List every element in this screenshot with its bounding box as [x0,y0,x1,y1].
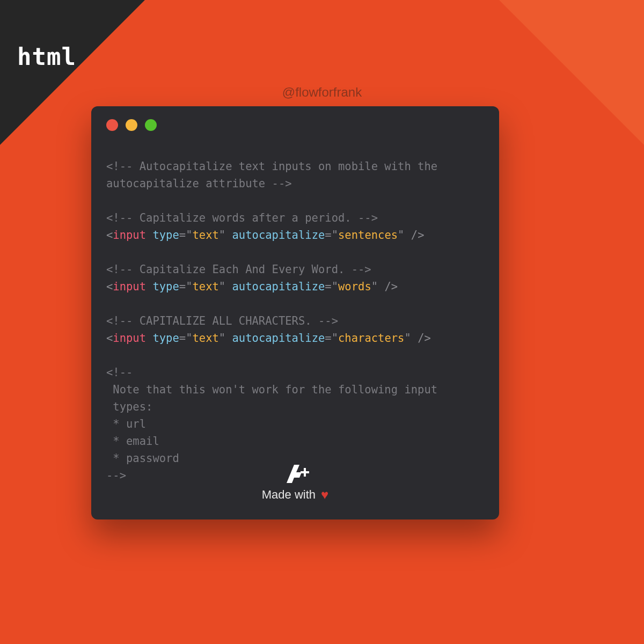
accent-triangle-light [499,0,644,145]
code-block: <!-- Autocapitalize text inputs on mobil… [91,136,499,484]
svg-rect-1 [301,471,309,473]
code-comment: <!-- [106,366,133,379]
close-icon[interactable] [106,119,118,131]
code-line: <input type="text" autocapitalize="sente… [106,229,424,241]
code-line: <input type="text" autocapitalize="chara… [106,332,431,345]
card-footer: Made with ♥ [91,463,499,502]
code-comment: <!-- Capitalize words after a period. --… [106,211,378,224]
minimize-icon[interactable] [126,119,137,131]
code-comment: <!-- Capitalize Each And Every Word. --> [106,263,371,276]
code-comment: <!-- CAPITALIZE ALL CHARACTERS. --> [106,314,338,327]
made-with-text: Made with [262,488,316,502]
code-comment: Note that this won't work for the follow… [106,383,437,396]
heart-icon: ♥ [321,487,328,502]
code-comment: types: [106,400,152,413]
made-with-label: Made with ♥ [262,487,329,502]
code-line: <input type="text" autocapitalize="words… [106,280,398,293]
code-comment: * email [106,435,159,448]
code-comment: * url [106,418,146,430]
zoom-icon[interactable] [145,119,157,131]
code-card: <!-- Autocapitalize text inputs on mobil… [91,106,499,519]
code-comment: autocapitalize attribute --> [106,177,292,190]
author-handle: @flowforfrank [0,85,644,100]
window-controls [91,106,499,136]
language-badge: html [17,43,76,70]
code-comment: <!-- Autocapitalize text inputs on mobil… [106,160,437,173]
logo-a-plus-icon [278,463,312,484]
